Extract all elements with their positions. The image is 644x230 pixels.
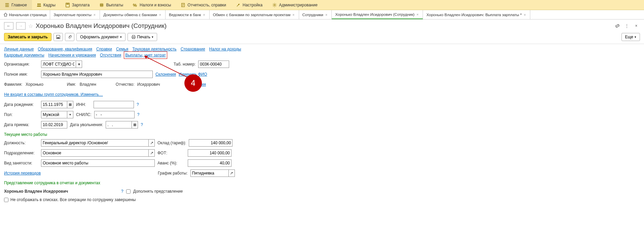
coins-icon (99, 3, 104, 7)
button-label: Оформить документ (80, 35, 119, 39)
close-icon[interactable]: × (416, 12, 419, 16)
patronymic-label: Отчество: (116, 82, 135, 87)
calendar-icon[interactable]: ▦ (132, 121, 138, 128)
gender-select[interactable] (41, 111, 67, 118)
link-accruals[interactable]: Начисления и удержания (48, 53, 96, 58)
dept-label: Подразделение: (4, 151, 38, 155)
transfers-link[interactable]: История переводов (4, 171, 41, 176)
printer-icon (131, 35, 136, 39)
tab-payment[interactable]: Хоронько Владлен Исидорович: Выплата зар… (423, 10, 530, 19)
menu-nastroyka[interactable]: Настройка (231, 0, 267, 10)
link-insurance[interactable]: Страхование (181, 47, 205, 51)
menu-nalogi[interactable]: % Налоги и взносы (128, 0, 176, 10)
top-menu-bar: Главное Кадры Зарплата Выплаты % Налоги … (0, 0, 644, 10)
menu-label: Выплаты (106, 3, 123, 7)
repr-ext-checkbox[interactable] (126, 189, 131, 194)
calc-icon (65, 3, 70, 7)
advance-input[interactable] (188, 159, 231, 167)
menu-main[interactable]: Главное (0, 0, 32, 10)
emptype-label: Вид занятости: (4, 161, 38, 165)
close-window-icon[interactable]: × (633, 22, 640, 30)
close-icon[interactable]: × (202, 13, 206, 17)
link-family[interactable]: Семья (116, 47, 128, 51)
open-icon[interactable]: ↗ (229, 169, 235, 177)
menu-kadry[interactable]: Кадры (32, 0, 61, 10)
dept-input[interactable] (41, 149, 149, 157)
save-close-button[interactable]: Записать и закрыть (4, 33, 51, 41)
attach-button[interactable] (65, 33, 74, 41)
link-absences[interactable]: Отсутствия (100, 53, 121, 58)
tab-vedomosti[interactable]: Ведомости в банк× (166, 10, 210, 19)
tab-employees[interactable]: Сотрудники× (299, 10, 332, 19)
menu-vyplaty[interactable]: Выплаты (95, 0, 128, 10)
close-icon[interactable]: × (292, 13, 295, 17)
emptype-input[interactable] (41, 159, 155, 167)
button-label: Еще (625, 35, 633, 39)
link-hr-docs[interactable]: Кадровые документы (4, 53, 44, 58)
favorite-icon[interactable]: ☆ (28, 23, 33, 29)
forward-button[interactable]: → (16, 22, 26, 30)
nav-links-2: Кадровые документы Начисления и удержани… (0, 52, 644, 58)
menu-label: Зарплата (72, 3, 90, 7)
open-icon[interactable]: ↗ (149, 139, 155, 147)
help-icon[interactable]: ? (141, 122, 143, 127)
position-input[interactable] (41, 139, 149, 147)
tab-label: Документы обмена с банками (103, 13, 157, 17)
tab-exchange[interactable]: Обмен с банками по зарплатным проектам× (210, 10, 299, 19)
tab-employee-card[interactable]: Хоронько Владлен Исидорович (Сотрудник)× (332, 10, 423, 19)
menu-admin[interactable]: Администрирование (267, 0, 322, 10)
snils-input[interactable] (94, 111, 135, 118)
help-icon[interactable]: ? (137, 102, 139, 107)
org-label: Организация: (4, 62, 38, 67)
tab-home[interactable]: Начальная страница (0, 10, 50, 19)
schedule-input[interactable] (190, 169, 229, 177)
select-icon[interactable]: ▾ (76, 61, 82, 68)
chevron-down-icon[interactable]: ▾ (67, 111, 73, 118)
inn-label: ИНН: (76, 102, 91, 107)
fullname-input[interactable] (41, 71, 153, 78)
repr-ext-label: Дополнять представление (133, 189, 183, 194)
dob-input[interactable] (41, 101, 67, 108)
page-title: Хоронько Владлен Исидорович (Сотрудник) (36, 22, 167, 30)
surname-label: Фамилия: (4, 82, 23, 87)
hire-input[interactable] (41, 121, 67, 128)
more-button[interactable]: Еще▾ (621, 33, 640, 41)
calendar-icon[interactable]: ▦ (67, 101, 73, 108)
inn-input[interactable] (94, 101, 134, 108)
close-icon[interactable]: × (325, 13, 328, 17)
fot-label: ФОТ: (157, 151, 185, 155)
svg-line-13 (145, 56, 190, 79)
hide-checkbox[interactable] (4, 198, 8, 202)
link-personal[interactable]: Личные данные (4, 47, 34, 51)
help-icon[interactable]: ? (137, 112, 140, 117)
org-input[interactable] (41, 61, 76, 68)
link-tax[interactable]: Налог на доходы (209, 47, 241, 51)
menu-zarplata[interactable]: Зарплата (61, 0, 95, 10)
tab-projects[interactable]: Зарплатные проекты× (50, 10, 100, 19)
back-button[interactable]: ← (4, 22, 13, 30)
menu-label: Администрирование (279, 3, 317, 7)
close-icon[interactable]: × (523, 13, 527, 17)
fot-input[interactable] (188, 149, 231, 157)
link-education[interactable]: Образование, квалификация (38, 47, 92, 51)
open-icon[interactable]: ↗ (149, 149, 155, 157)
link-work[interactable]: Трудовая деятельность (132, 47, 176, 51)
tab-docs[interactable]: Документы обмена с банками× (100, 10, 166, 19)
link-certs[interactable]: Справки (96, 47, 112, 51)
menu-label: Настройка (243, 3, 262, 7)
surname-value: Хоронько (26, 82, 43, 87)
kebab-icon[interactable]: ⋮ (623, 22, 631, 30)
salary-input[interactable] (189, 139, 232, 147)
help-icon[interactable]: ? (121, 189, 123, 194)
create-doc-button[interactable]: Оформить документ▾ (76, 33, 126, 41)
close-icon[interactable]: × (93, 13, 96, 17)
close-icon[interactable]: × (158, 13, 162, 17)
groups-link[interactable]: Не входит в составы групп сотрудников. И… (4, 92, 103, 97)
term-input[interactable] (106, 121, 132, 128)
percent-icon: % (133, 3, 138, 7)
save-button[interactable] (53, 33, 63, 41)
svg-point-1 (39, 3, 40, 5)
menu-otchetnost[interactable]: Отчетность, справки (176, 0, 231, 10)
print-button[interactable]: Печать▾ (128, 33, 157, 41)
link-icon[interactable] (614, 22, 621, 30)
